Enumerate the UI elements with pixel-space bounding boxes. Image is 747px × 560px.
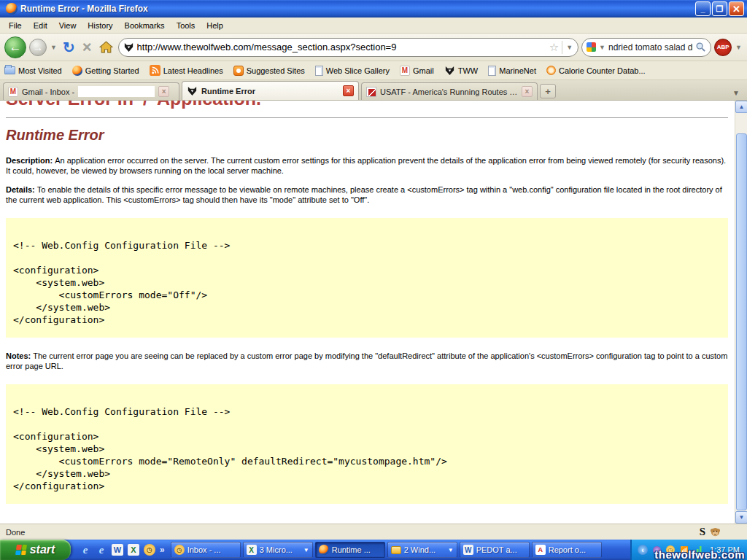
menu-bar: File Edit View History Bookmarks Tools H… (0, 18, 747, 34)
tab-usatf[interactable]: USATF - America's Running Routes - M... … (361, 82, 538, 100)
bookmark-star-icon[interactable]: ☆ (549, 41, 559, 54)
runtime-error-subheading: Runtime Error (6, 127, 728, 144)
restore-button[interactable]: ❐ (712, 1, 727, 16)
clipped-heading-container: Server Error in '/' Application. (6, 101, 728, 112)
quick-launch-overflow-icon[interactable]: » (160, 545, 165, 555)
bookmark-latest-headlines[interactable]: Latest Headlines (150, 65, 223, 76)
bookmark-web-slice-gallery[interactable]: Web Slice Gallery (315, 66, 390, 76)
tray-collapse-icon[interactable]: ‹ (638, 545, 648, 555)
task-buttons: ◷ Inbox - ... X 3 Micro... ▼ Runtime ...… (171, 542, 602, 558)
description-paragraph: Description:An application error occurre… (6, 155, 728, 176)
outlook-icon[interactable]: ◷ (144, 544, 155, 556)
windows-taskbar: start e e W X ◷ » ◷ Inbox - ... X 3 Micr… (0, 540, 747, 560)
internet-explorer-icon[interactable]: e (80, 544, 91, 556)
sun-icon (546, 66, 556, 75)
window-controls: _ ❐ ✕ (695, 1, 744, 16)
heading-divider (6, 117, 728, 118)
menu-edit[interactable]: Edit (28, 19, 53, 32)
taskbar-button-windows-group[interactable]: 2 Wind... ▼ (387, 542, 457, 558)
tab-close-button[interactable]: × (522, 86, 533, 97)
tab-close-button[interactable]: × (343, 85, 354, 96)
outlook-icon: ◷ (174, 545, 185, 555)
history-dropdown-icon[interactable]: ▼ (50, 44, 58, 51)
firefox-icon (6, 3, 18, 15)
internet-explorer-icon[interactable]: e (96, 544, 107, 556)
excel-icon[interactable]: X (128, 544, 139, 556)
status-bar: Done S (0, 524, 747, 540)
notes-paragraph: Notes:The current error page you are see… (6, 351, 728, 371)
bookmark-suggested-sites[interactable]: Suggested Sites (233, 66, 305, 76)
search-magnifier-icon[interactable] (695, 42, 706, 52)
reload-button[interactable]: ↻ (61, 40, 77, 55)
url-dropdown-icon[interactable]: ▼ (565, 44, 573, 51)
adblock-dropdown-icon[interactable]: ▼ (735, 44, 743, 51)
back-button[interactable]: ← (4, 36, 26, 58)
wolf-icon (187, 85, 198, 96)
firefox-icon (72, 66, 82, 76)
home-button[interactable] (97, 41, 115, 53)
page-icon (488, 66, 496, 76)
tab-close-button[interactable]: × (158, 86, 169, 97)
taskbar-button-report[interactable]: A Report o... (532, 542, 602, 558)
menu-file[interactable]: File (3, 19, 28, 32)
menu-tools[interactable]: Tools (171, 19, 201, 32)
scroll-down-button[interactable]: ▼ (735, 511, 747, 524)
minimize-button[interactable]: _ (695, 1, 711, 16)
greasemonkey-icon[interactable] (710, 526, 721, 537)
adblock-plus-icon[interactable]: ABP (714, 39, 732, 56)
taskbar-button-inbox[interactable]: ◷ Inbox - ... (171, 542, 241, 558)
search-box[interactable]: ▼ (581, 38, 711, 57)
desktop-screen: Runtime Error - Mozilla Firefox _ ❐ ✕ Fi… (0, 0, 747, 560)
bookmark-marinenet[interactable]: MarineNet (488, 66, 536, 76)
folder-icon (4, 66, 15, 74)
scroll-up-button[interactable]: ▲ (735, 101, 747, 113)
redaction-box (78, 86, 155, 97)
wolf-icon (444, 65, 455, 76)
url-bar[interactable]: ☆ ▼ (118, 38, 579, 57)
title-bar: Runtime Error - Mozilla Firefox _ ❐ ✕ (0, 0, 747, 18)
start-button[interactable]: start (0, 540, 71, 560)
rss-icon (150, 65, 160, 76)
stop-button[interactable]: × (80, 40, 94, 55)
excel-icon: X (247, 545, 257, 555)
tab-runtime-error[interactable]: Runtime Error × (182, 81, 359, 100)
taskbar-button-runtime-error[interactable]: Runtime ... (315, 542, 385, 558)
web-config-code-block-1: <!-- Web.Config Configuration File --> <… (6, 218, 728, 338)
bookmark-getting-started[interactable]: Getting Started (72, 66, 139, 76)
menu-bookmarks[interactable]: Bookmarks (119, 19, 171, 32)
window-title: Runtime Error - Mozilla Firefox (20, 4, 695, 14)
server-error-heading: Server Error in '/' Application. (6, 101, 728, 109)
menu-help[interactable]: Help (201, 19, 229, 32)
word-icon: W (463, 545, 473, 555)
taskbar-button-pedot[interactable]: W PEDOT a... (460, 542, 530, 558)
pdf-icon: A (535, 545, 546, 555)
site-favicon-wolf-icon (123, 42, 134, 52)
bookmark-most-visited[interactable]: Most Visited (4, 66, 62, 75)
menu-view[interactable]: View (53, 19, 82, 32)
taskbar-button-excel-group[interactable]: X 3 Micro... ▼ (243, 542, 313, 558)
close-button[interactable]: ✕ (729, 1, 744, 16)
google-search-engine-icon[interactable] (587, 42, 596, 52)
s-extension-icon[interactable]: S (700, 526, 705, 538)
details-paragraph: Details:To enable the details of this sp… (6, 184, 728, 205)
bookmark-gmail[interactable]: MGmail (400, 66, 434, 76)
folder-icon (391, 546, 401, 554)
forward-button[interactable]: → (29, 39, 47, 56)
bookmark-calorie-counter[interactable]: Calorie Counter Datab... (546, 66, 646, 75)
vertical-scrollbar[interactable]: ▲ ▼ (735, 101, 747, 524)
search-input[interactable] (608, 42, 693, 52)
navigation-toolbar: ← → ▼ ↻ × ☆ ▼ ▼ ABP ▼ (0, 34, 747, 61)
group-dropdown-icon: ▼ (448, 547, 454, 553)
bookmark-tww[interactable]: TWW (444, 65, 478, 76)
page-icon (315, 66, 323, 76)
gmail-icon: M (8, 87, 18, 97)
watermark-text: thewolfweb.com (654, 548, 745, 560)
scrollbar-thumb[interactable] (736, 133, 747, 510)
menu-history[interactable]: History (82, 19, 118, 32)
search-engine-dropdown-icon[interactable]: ▼ (598, 44, 606, 51)
word-icon[interactable]: W (112, 544, 123, 556)
tab-list-dropdown-icon[interactable]: ▼ (728, 89, 744, 97)
tab-gmail-inbox[interactable]: M Gmail - Inbox - × (3, 82, 179, 100)
new-tab-button[interactable]: + (540, 84, 556, 98)
url-input[interactable] (137, 42, 546, 52)
